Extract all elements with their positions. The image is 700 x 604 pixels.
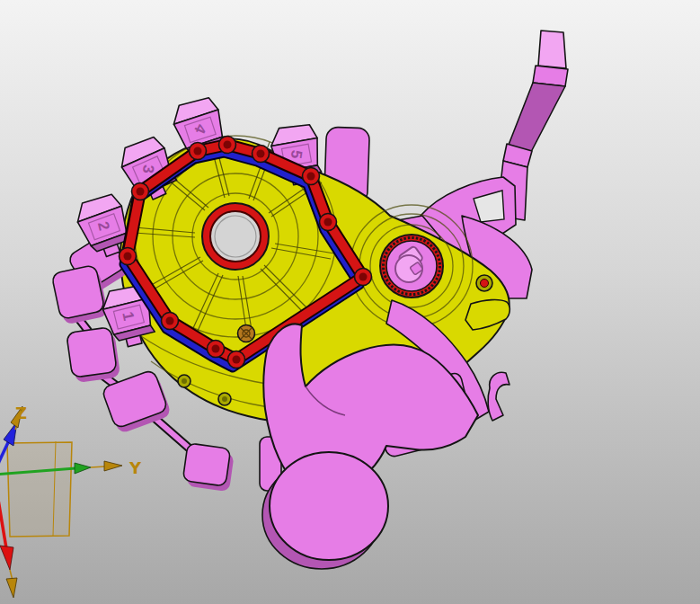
chain-pad[interactable] [182,443,234,492]
side-bore-cap[interactable] [380,235,443,298]
center-bore-seal[interactable] [202,203,269,270]
output-disc[interactable] [270,452,388,560]
axis-y-label: Y [128,458,142,477]
sketch-plane[interactable] [7,442,72,537]
axis-z-label: Z [15,404,27,422]
arm-top-segment[interactable] [538,31,566,68]
chain-pad[interactable] [66,327,120,383]
marker-number: 3 [139,164,157,174]
cad-viewport[interactable]: 1 2 3 4 [0,0,700,604]
drain-plug[interactable] [238,325,255,342]
model-scene[interactable]: 1 2 3 4 [0,0,700,604]
side-bolt-hole [481,280,489,288]
center-bore-hole [210,211,261,262]
